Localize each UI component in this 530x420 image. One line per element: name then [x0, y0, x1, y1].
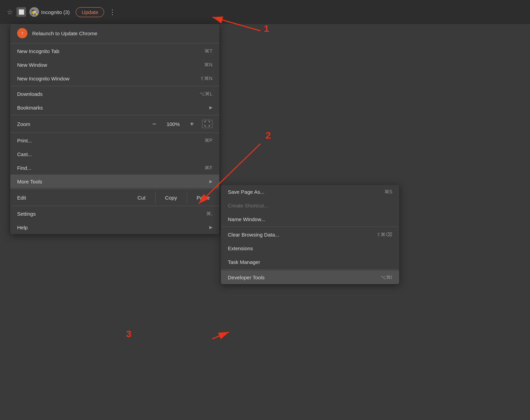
zoom-controls: − 100% + ⛶ [150, 119, 212, 129]
find-label: Find... [17, 165, 32, 171]
zoom-value: 100% [164, 121, 182, 127]
menu-divider-5 [10, 189, 219, 189]
print-label: Print... [17, 138, 32, 143]
star-icon[interactable]: ☆ [7, 8, 13, 16]
new-incognito-window-item[interactable]: New Incognito Window ⇧⌘N [10, 72, 219, 85]
task-manager-label: Task Manager [228, 259, 260, 265]
developer-tools-shortcut: ⌥⌘I [381, 275, 392, 280]
create-shortcut-item: Create Shortcut... [221, 199, 399, 212]
new-window-label: New Window [17, 62, 47, 68]
zoom-label: Zoom [17, 121, 45, 127]
save-page-as-item[interactable]: Save Page As... ⌘S [221, 185, 399, 199]
new-window-item[interactable]: New Window ⌘N [10, 58, 219, 72]
more-tools-item[interactable]: More Tools ▶ [10, 175, 219, 188]
menu-divider-1 [10, 43, 219, 43]
downloads-label: Downloads [17, 91, 42, 97]
cast-label: Cast... [17, 151, 32, 157]
find-shortcut: ⌘F [205, 165, 212, 170]
bookmarks-label: Bookmarks [17, 105, 43, 111]
new-incognito-tab-item[interactable]: New Incognito Tab ⌘T [10, 44, 219, 58]
downloads-shortcut: ⌥⌘L [199, 91, 212, 97]
settings-item[interactable]: Settings ⌘, [10, 207, 219, 220]
zoom-minus-button[interactable]: − [150, 119, 159, 129]
menu-divider-3 [10, 115, 219, 115]
annotation-1: 1 [264, 23, 269, 34]
annotation-3: 3 [126, 329, 132, 340]
zoom-row: Zoom − 100% + ⛶ [10, 116, 219, 132]
more-tools-arrow-icon: ▶ [209, 179, 212, 184]
save-page-as-shortcut: ⌘S [384, 189, 392, 194]
help-item[interactable]: Help ▶ [10, 220, 219, 234]
task-manager-item[interactable]: Task Manager [221, 255, 399, 269]
edit-buttons: Cut Copy Paste [128, 191, 219, 204]
find-item[interactable]: Find... ⌘F [10, 161, 219, 175]
cut-button[interactable]: Cut [128, 191, 155, 204]
menu-divider-4 [10, 132, 219, 133]
svg-line-3 [212, 332, 229, 339]
help-label: Help [17, 225, 28, 230]
relaunch-text: Relaunch to Update Chrome [32, 30, 97, 36]
name-window-label: Name Window... [228, 216, 265, 222]
clear-browsing-data-shortcut: ⇧⌘⌫ [377, 232, 392, 237]
three-dots-icon[interactable]: ⋮ [109, 8, 116, 16]
bookmarks-item[interactable]: Bookmarks ▶ [10, 101, 219, 114]
clear-browsing-data-label: Clear Browsing Data... [228, 232, 279, 238]
edit-row: Edit Cut Copy Paste [10, 190, 219, 205]
zoom-plus-button[interactable]: + [187, 119, 197, 129]
print-shortcut: ⌘P [205, 138, 212, 143]
create-shortcut-label: Create Shortcut... [228, 203, 268, 208]
submenu-divider-1 [221, 227, 399, 227]
paste-button[interactable]: Paste [187, 191, 219, 204]
new-window-shortcut: ⌘N [204, 62, 212, 67]
help-arrow-icon: ▶ [209, 225, 212, 230]
extensions-label: Extensions [228, 245, 253, 251]
new-incognito-window-shortcut: ⇧⌘N [200, 76, 212, 81]
copy-button[interactable]: Copy [155, 191, 187, 204]
name-window-item[interactable]: Name Window... [221, 212, 399, 226]
update-button[interactable]: Update [76, 7, 104, 17]
print-item[interactable]: Print... ⌘P [10, 133, 219, 147]
downloads-item[interactable]: Downloads ⌥⌘L [10, 87, 219, 101]
more-tools-submenu: Save Page As... ⌘S Create Shortcut... Na… [221, 185, 399, 284]
edit-label: Edit [17, 195, 45, 201]
incognito-icon: 🕵 [29, 7, 39, 17]
extensions-item[interactable]: Extensions [221, 241, 399, 255]
relaunch-menu-item[interactable]: ↑ Relaunch to Update Chrome [10, 24, 219, 42]
developer-tools-label: Developer Tools [228, 275, 264, 280]
more-tools-label: More Tools [17, 179, 42, 184]
relaunch-icon: ↑ [17, 28, 27, 38]
tab-switcher-icon[interactable]: ⬜ [16, 7, 26, 17]
save-page-as-label: Save Page As... [228, 189, 264, 195]
new-incognito-tab-shortcut: ⌘T [205, 48, 212, 54]
incognito-area: 🕵 Incognito (3) [29, 7, 70, 17]
new-incognito-tab-label: New Incognito Tab [17, 48, 59, 54]
new-incognito-window-label: New Incognito Window [17, 76, 70, 81]
annotation-2: 2 [266, 130, 271, 141]
settings-shortcut: ⌘, [206, 211, 212, 216]
settings-label: Settings [17, 211, 36, 217]
clear-browsing-data-item[interactable]: Clear Browsing Data... ⇧⌘⌫ [221, 228, 399, 241]
tab-bar: ☆ ⬜ 🕵 Incognito (3) Update ⋮ [0, 0, 530, 24]
chrome-menu: ↑ Relaunch to Update Chrome New Incognit… [10, 24, 219, 234]
incognito-label: Incognito (3) [41, 9, 70, 15]
submenu-divider-2 [221, 269, 399, 270]
cast-item[interactable]: Cast... [10, 147, 219, 161]
bookmarks-arrow-icon: ▶ [209, 105, 212, 110]
menu-divider-6 [10, 206, 219, 206]
menu-divider-2 [10, 86, 219, 86]
zoom-fullscreen-button[interactable]: ⛶ [202, 120, 212, 128]
developer-tools-item[interactable]: Developer Tools ⌥⌘I [221, 270, 399, 284]
